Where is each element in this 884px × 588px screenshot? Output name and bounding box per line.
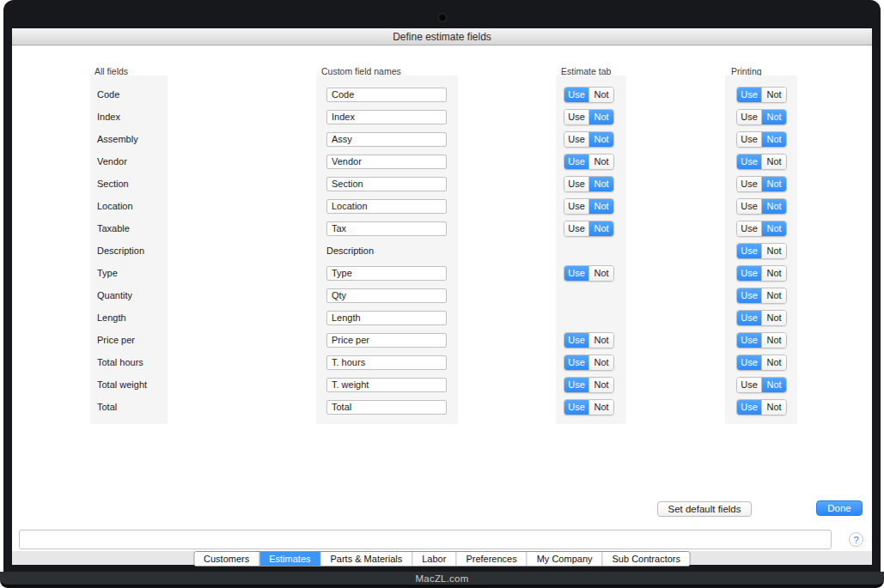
not-button[interactable]: Not [762,333,786,348]
not-button[interactable]: Not [589,221,613,236]
use-button[interactable]: Use [564,378,589,392]
not-button[interactable]: Not [589,378,613,392]
toggle-row: UseNot [725,150,797,173]
use-button[interactable]: Use [564,199,589,214]
custom-row [316,150,458,173]
not-button[interactable]: Not [589,88,613,102]
not-button[interactable]: Not [762,378,786,392]
not-button[interactable]: Not [589,266,613,281]
field-row: Description [90,239,168,262]
use-button[interactable]: Use [737,400,762,415]
use-not-toggle: UseNot [736,109,787,125]
custom-row [316,195,458,217]
not-button[interactable]: Not [762,221,786,236]
tab-estimates[interactable]: Estimates [259,552,320,566]
use-button[interactable]: Use [564,132,589,147]
use-button[interactable]: Use [564,155,589,169]
not-button[interactable]: Not [589,355,613,370]
custom-field-input[interactable] [326,400,447,415]
use-button[interactable]: Use [737,88,762,102]
tab-preferences[interactable]: Preferences [456,552,527,566]
not-button[interactable]: Not [762,400,786,415]
use-button[interactable]: Use [564,177,589,191]
use-button[interactable]: Use [737,110,762,124]
not-button[interactable]: Not [762,244,786,258]
use-button[interactable]: Use [564,266,589,281]
not-button[interactable]: Not [589,155,613,169]
custom-field-input[interactable] [326,288,447,303]
not-button[interactable]: Not [762,288,786,303]
custom-field-input[interactable] [326,221,447,236]
tab-parts-materials[interactable]: Parts & Materials [321,552,413,566]
not-button[interactable]: Not [762,88,786,102]
camera-icon [438,14,446,21]
use-button[interactable]: Use [737,221,762,236]
tab-sub-contractors[interactable]: Sub Contractors [603,552,690,566]
custom-row [316,284,458,306]
printing-panel: UseNotUseNotUseNotUseNotUseNotUseNotUseN… [725,76,797,424]
not-button[interactable]: Not [762,311,786,325]
use-button[interactable]: Use [737,355,762,370]
custom-field-input[interactable] [326,199,447,214]
tab-my-company[interactable]: My Company [527,552,603,566]
not-button[interactable]: Not [589,400,613,415]
not-button[interactable]: Not [762,199,786,214]
toggle-row: UseNot [725,373,797,396]
use-button[interactable]: Use [737,288,762,303]
custom-field-input[interactable] [326,132,447,147]
field-label: Index [97,112,120,122]
use-not-toggle: UseNot [736,399,787,415]
not-button[interactable]: Not [762,177,786,191]
use-button[interactable]: Use [564,333,589,348]
not-button[interactable]: Not [762,266,786,281]
use-button[interactable]: Use [564,355,589,370]
not-button[interactable]: Not [589,132,613,147]
toggle-row: UseNot [556,173,626,195]
field-row: Assembly [90,128,168,150]
custom-field-input[interactable] [326,155,447,169]
custom-field-input[interactable] [326,110,447,124]
window-title: Define estimate fields [393,31,491,43]
custom-field-input[interactable] [326,266,447,281]
set-default-fields-button[interactable]: Set default fields [657,501,752,517]
custom-field-input[interactable] [326,311,447,325]
use-button[interactable]: Use [737,266,762,281]
field-row: Vendor [90,150,168,173]
use-button[interactable]: Use [737,378,762,392]
field-row: Quantity [90,284,168,306]
command-input[interactable] [19,530,832,549]
brand-text: MacZL.com [416,573,469,584]
help-button[interactable]: ? [849,532,863,547]
not-button[interactable]: Not [589,199,613,214]
not-button[interactable]: Not [762,355,786,370]
use-button[interactable]: Use [737,244,762,258]
done-button[interactable]: Done [816,500,863,516]
custom-field-input[interactable] [326,378,447,392]
use-button[interactable]: Use [737,199,762,214]
use-button[interactable]: Use [564,400,589,415]
custom-field-input[interactable] [326,177,447,191]
custom-row [316,396,458,418]
not-button[interactable]: Not [589,333,613,348]
use-button[interactable]: Use [737,177,762,191]
use-button[interactable]: Use [737,333,762,348]
use-button[interactable]: Use [737,155,762,169]
use-button[interactable]: Use [737,311,762,325]
not-button[interactable]: Not [762,155,786,169]
tab-labor[interactable]: Labor [412,552,456,566]
not-button[interactable]: Not [589,177,613,191]
toggle-row [556,239,626,262]
custom-field-input[interactable] [326,355,447,370]
use-not-toggle: UseNot [564,399,614,415]
not-button[interactable]: Not [589,110,613,124]
use-button[interactable]: Use [564,110,589,124]
not-button[interactable]: Not [762,132,786,147]
custom-field-input[interactable] [326,333,447,348]
use-not-toggle: UseNot [564,332,614,349]
tab-customers[interactable]: Customers [194,552,259,566]
use-button[interactable]: Use [564,221,589,236]
not-button[interactable]: Not [762,110,786,124]
use-button[interactable]: Use [737,132,762,147]
use-button[interactable]: Use [564,88,589,102]
custom-field-input[interactable] [326,88,447,102]
